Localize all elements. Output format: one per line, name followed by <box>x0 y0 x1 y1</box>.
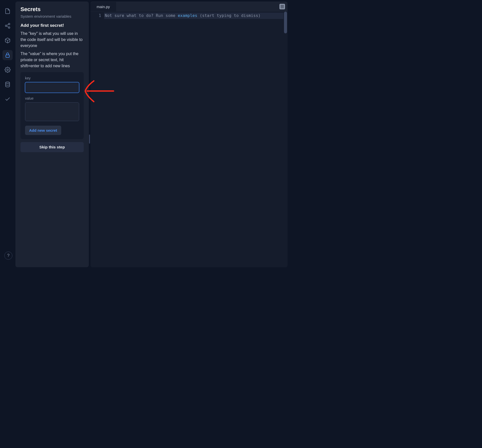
editor-scrollbar[interactable] <box>284 12 287 33</box>
svg-point-8 <box>6 82 10 83</box>
panel-resize-handle[interactable] <box>89 135 90 144</box>
database-icon[interactable] <box>3 79 13 89</box>
svg-point-1 <box>5 25 7 27</box>
secret-form: key value Add new secret <box>20 72 84 139</box>
file-tab[interactable]: main.py <box>91 2 116 11</box>
editor-area: main.py 1 Not sure what to do? Run some … <box>91 2 288 267</box>
secrets-panel: Secrets System environment variables Add… <box>15 2 89 267</box>
code-suffix: (start typing to dismiss) <box>197 13 260 18</box>
files-icon[interactable] <box>3 6 13 16</box>
panel-title: Secrets <box>20 6 84 13</box>
tab-bar: main.py <box>91 2 288 12</box>
svg-line-4 <box>7 26 9 27</box>
line-number: 1 <box>91 13 101 18</box>
add-secret-button[interactable]: Add new secret <box>25 126 61 135</box>
icon-sidebar: ? <box>2 2 14 267</box>
value-description: The "value" is where you put the private… <box>20 51 84 69</box>
key-label: key <box>25 76 79 80</box>
value-input[interactable] <box>25 102 79 121</box>
secrets-icon[interactable] <box>3 50 13 60</box>
layout-icon[interactable] <box>279 4 285 9</box>
value-label: value <box>25 96 79 100</box>
help-button[interactable]: ? <box>4 252 12 260</box>
svg-point-7 <box>7 69 8 71</box>
key-description: The "key" is what you will use in the co… <box>20 31 84 49</box>
examples-link[interactable]: examples <box>178 13 197 18</box>
section-heading: Add your first secret! <box>20 23 84 28</box>
settings-icon[interactable] <box>3 65 13 75</box>
key-input[interactable] <box>25 82 79 93</box>
check-icon[interactable] <box>3 94 13 104</box>
packages-icon[interactable] <box>3 35 13 46</box>
skip-button[interactable]: Skip this step <box>20 142 84 152</box>
svg-point-0 <box>8 23 10 25</box>
svg-rect-6 <box>6 55 9 57</box>
panel-subtitle: System environment variables <box>20 14 84 18</box>
version-control-icon[interactable] <box>3 21 13 31</box>
svg-line-3 <box>7 25 9 26</box>
editor-body[interactable]: 1 Not sure what to do? Run some examples… <box>91 12 288 267</box>
line-gutter: 1 <box>91 12 105 267</box>
svg-point-2 <box>8 27 10 28</box>
code-prefix: Not sure what to do? Run some <box>105 13 178 18</box>
code-line[interactable]: Not sure what to do? Run some examples (… <box>105 12 288 267</box>
